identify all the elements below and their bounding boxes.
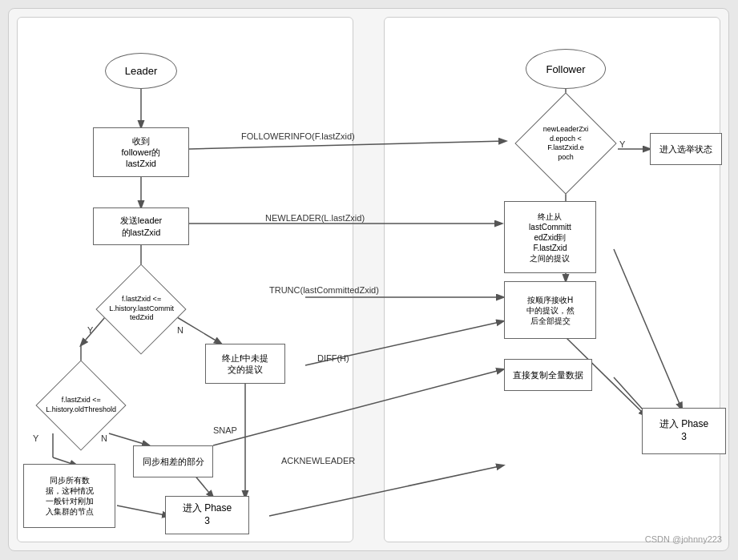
msg-acknewleader: ACKNEWLEADER xyxy=(281,456,355,465)
follower-oval: Follower xyxy=(526,49,606,89)
phase3-left: 进入 Phase 3 xyxy=(165,496,249,534)
trunc-box: 终止f中未提 交的提议 xyxy=(205,344,285,384)
copy-box: 直接复制全量数据 xyxy=(504,359,592,391)
msg-newleader: NEWLEADER(L.lastZxid) xyxy=(265,213,365,223)
watermark: CSDN @johnny223 xyxy=(645,534,722,544)
msg-diff: DIFF(H) xyxy=(317,353,349,363)
accept-box: 按顺序接收H 中的提议，然 后全部提交 xyxy=(504,281,596,339)
diff-box: 同步相差的部分 xyxy=(133,445,213,477)
msg-followerinfo: FOLLOWERINFO(F.lastZxid) xyxy=(241,131,355,141)
d1-n-label: N xyxy=(177,325,183,335)
send-box: 发送leader 的lastZxid xyxy=(93,207,189,245)
snap-box: 同步所有数 据，这种情况 一般针对刚加 入集群的节点 xyxy=(23,464,115,528)
diamond1: f.lastZxid <=L.history.lastCommittedZxid xyxy=(105,273,177,345)
election-box: 进入选举状态 xyxy=(650,133,722,165)
recv-box: 收到 follower的 lastZxid xyxy=(93,127,189,177)
msg-snap: SNAP xyxy=(213,425,237,435)
diamond-r1: newLeaderZxid.epoch <F.lastZxid.epoch xyxy=(526,103,606,183)
diamond2: f.lastZxid <=L.history.oldThreshold xyxy=(45,369,117,441)
trunc-r-box: 终止从 lastCommitt edZxid到 F.lastZxid 之间的提议 xyxy=(504,201,596,273)
msg-trunc: TRUNC(lastCommittedZxid) xyxy=(269,285,379,295)
right-panel xyxy=(384,17,720,542)
leader-oval: Leader xyxy=(105,53,177,89)
d1-y-label: Y xyxy=(87,325,93,335)
d2-y-label: Y xyxy=(33,433,38,443)
main-container: Leader 收到 follower的 lastZxid 发送leader 的l… xyxy=(8,8,729,551)
d2-n-label: N xyxy=(101,433,107,443)
dr1-y-label: Y xyxy=(619,139,625,149)
phase3-right: 进入 Phase 3 xyxy=(642,408,726,454)
